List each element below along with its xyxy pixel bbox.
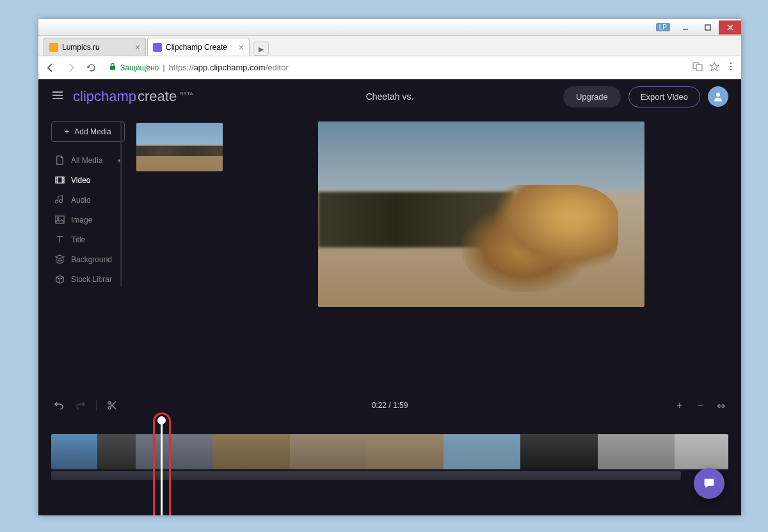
tab-close-icon[interactable]: ×: [135, 42, 140, 52]
reload-button[interactable]: [84, 61, 99, 75]
translate-icon[interactable]: [692, 61, 703, 74]
video-preview[interactable]: [318, 121, 644, 307]
box-icon: [55, 274, 65, 284]
url-protocol: https://: [169, 63, 194, 72]
tab-close-icon[interactable]: ×: [239, 42, 244, 52]
timeline-clip[interactable]: [136, 434, 212, 469]
app-main: + Add Media All Media ▾ Video Audio: [38, 114, 741, 395]
svg-rect-21: [56, 216, 64, 223]
svg-rect-1: [705, 25, 710, 30]
timeline-clip[interactable]: [598, 434, 675, 469]
audio-icon: [55, 195, 65, 205]
logo-part2: create: [138, 88, 177, 105]
sidebar-item-image[interactable]: Image: [51, 210, 125, 229]
timeline-clip[interactable]: [212, 434, 289, 469]
avatar[interactable]: [708, 86, 728, 107]
chat-button[interactable]: [694, 468, 724, 499]
url-path: /editor: [266, 63, 289, 72]
clipchamp-app: clipchamp create BETA Cheetah vs. Upgrad…: [38, 79, 741, 515]
star-icon[interactable]: [709, 61, 719, 74]
tab-lumpics[interactable]: Lumpics.ru ×: [44, 38, 146, 56]
address-bar: Защищено | https://app.clipchamp.com/edi…: [38, 56, 741, 79]
svg-point-13: [716, 93, 720, 97]
sidebar-item-all-media[interactable]: All Media ▾: [51, 151, 125, 169]
sidebar-item-label: Title: [71, 235, 85, 244]
plus-icon: +: [65, 127, 69, 136]
undo-button[interactable]: [52, 399, 65, 412]
timeline-zoom: + − ⇔: [673, 399, 727, 412]
image-icon: [55, 215, 65, 224]
timeline-clip[interactable]: [444, 434, 520, 469]
svg-point-23: [108, 402, 111, 404]
split-button[interactable]: [106, 399, 118, 412]
timeline-clip[interactable]: [290, 434, 367, 469]
zoom-out-button[interactable]: −: [694, 399, 707, 412]
timeline-clip[interactable]: [675, 434, 728, 469]
preview-panel: [234, 121, 728, 395]
back-button[interactable]: [44, 61, 58, 75]
media-thumbnail[interactable]: [136, 123, 223, 171]
sidebar-scrollbar[interactable]: [120, 120, 122, 286]
add-media-button[interactable]: + Add Media: [51, 121, 125, 142]
sidebar-item-background[interactable]: Background: [51, 250, 125, 269]
tab-strip: Lumpics.ru × Clipchamp Create × ▸: [38, 36, 741, 56]
url-host: app.clipchamp.com: [194, 63, 266, 72]
timeline-track[interactable]: [51, 471, 681, 480]
svg-rect-6: [696, 65, 702, 70]
timeline-toolbar: 0:22 / 1:59 + − ⇔: [38, 395, 741, 416]
sidebar-item-label: Image: [71, 215, 92, 224]
svg-point-22: [57, 217, 59, 219]
logo-beta: BETA: [180, 91, 193, 97]
title-icon: [55, 235, 65, 244]
app-header: clipchamp create BETA Cheetah vs. Upgrad…: [38, 79, 741, 114]
forward-button: [64, 61, 78, 75]
zoom-fit-button[interactable]: ⇔: [714, 399, 727, 412]
timeline-clip[interactable]: [367, 434, 444, 469]
address-actions: [692, 61, 736, 74]
export-button[interactable]: Export Video: [628, 86, 700, 107]
sidebar-item-label: All Media: [71, 156, 102, 165]
project-title[interactable]: Cheetah vs.: [366, 91, 414, 102]
layers-icon: [55, 254, 65, 264]
timeline-clip[interactable]: [520, 434, 597, 469]
browser-window: LP Lumpics.ru × Clipchamp Create × ▸ Защ…: [38, 19, 741, 515]
favicon-icon: [153, 43, 162, 52]
media-panel: [136, 121, 223, 395]
add-media-label: Add Media: [74, 127, 111, 136]
sidebar-item-stock[interactable]: Stock Librar: [51, 270, 125, 288]
sidebar-item-video[interactable]: Video: [51, 171, 125, 189]
timeline-time: 0:22 / 1:59: [372, 401, 408, 410]
file-icon: [55, 155, 65, 165]
minimize-button[interactable]: [674, 20, 696, 35]
tab-label: Lumpics.ru: [62, 43, 100, 52]
sidebar-item-label: Background: [71, 255, 112, 264]
url-box[interactable]: Защищено | https://app.clipchamp.com/edi…: [105, 63, 686, 72]
timeline[interactable]: [38, 416, 741, 515]
favicon-icon: [49, 43, 58, 52]
close-button[interactable]: [719, 20, 741, 35]
upgrade-button[interactable]: Upgrade: [563, 86, 621, 107]
profile-badge: LP: [656, 23, 670, 31]
maximize-button[interactable]: [696, 20, 719, 35]
playhead[interactable]: [161, 419, 163, 515]
sidebar-item-label: Video: [71, 176, 90, 185]
sidebar-item-title[interactable]: Title: [51, 230, 125, 249]
svg-point-7: [730, 62, 732, 64]
url-separator: |: [163, 63, 164, 72]
tab-label: Clipchamp Create: [166, 43, 227, 52]
logo-part1: clipchamp: [73, 88, 136, 105]
clip-strip[interactable]: [51, 434, 728, 469]
menu-icon[interactable]: [726, 61, 736, 74]
tab-clipchamp[interactable]: Clipchamp Create ×: [147, 38, 250, 56]
sidebar-item-audio[interactable]: Audio: [51, 191, 125, 209]
hamburger-icon[interactable]: [51, 89, 64, 104]
logo: clipchamp create BETA: [73, 88, 193, 105]
zoom-in-button[interactable]: +: [673, 399, 686, 412]
new-tab-button[interactable]: ▸: [253, 42, 269, 56]
lock-icon: [109, 63, 116, 72]
timeline-clip[interactable]: [97, 434, 136, 469]
header-actions: Upgrade Export Video: [563, 86, 728, 107]
timeline-clip[interactable]: [51, 434, 97, 469]
preview-subject: [461, 185, 618, 292]
sidebar-item-label: Audio: [71, 196, 91, 205]
